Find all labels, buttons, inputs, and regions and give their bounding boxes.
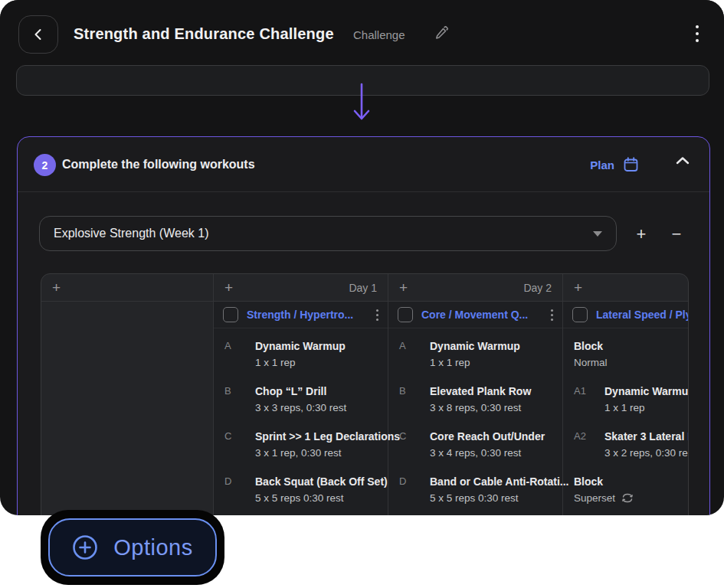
exercise-detail: 5 x 5 reps 0:30 rest <box>430 490 562 506</box>
step-section: 2 Complete the following workouts Plan E… <box>17 136 710 515</box>
add-workout-button[interactable]: + <box>574 280 582 295</box>
step-section-header: 2 Complete the following workouts Plan <box>18 137 709 192</box>
app-window: Strength and Endurance Challenge Challen… <box>0 0 724 515</box>
triangle-down-icon <box>593 231 602 237</box>
workout-checkbox[interactable] <box>223 307 238 322</box>
planner-header-cell: +Day 2 <box>388 274 563 301</box>
add-workout-button[interactable]: + <box>224 280 233 295</box>
arrow-down-icon <box>351 83 372 122</box>
exercise-tag: A1 <box>574 385 586 397</box>
exercise-tag: B <box>399 385 406 397</box>
options-button[interactable]: Options <box>48 518 217 577</box>
planner-column: Strength / Hypertro...ADynamic Warmup1 x… <box>214 302 388 515</box>
exercise-detail: 5 x 5 reps 0:30 rest <box>255 490 388 506</box>
app-header: Strength and Endurance Challenge Challen… <box>0 0 724 61</box>
screen: Strength and Endurance Challenge Challen… <box>0 0 724 588</box>
exercise-name: Sprint >> 1 Leg Declarations <box>255 429 388 445</box>
exercise-detail: 1 x 1 rep <box>430 354 562 371</box>
exercise-name: Dynamic Warmup <box>255 338 388 354</box>
week-selector-value: Explosive Strength (Week 1) <box>54 227 208 240</box>
planner-column: Lateral Speed / PlyBlockNormalA1Dynamic … <box>563 302 689 515</box>
exercise-detail: 3 x 3 reps, 0:30 rest <box>255 400 388 416</box>
chevron-up-icon[interactable] <box>676 156 690 165</box>
workout-title[interactable]: Core / Movement Q... <box>421 309 542 321</box>
block-row[interactable]: BlockSuperset <box>563 474 689 506</box>
plan-link[interactable]: Plan <box>590 157 638 172</box>
exercise-list: ADynamic Warmup1 x 1 repBChop “L” Drill3… <box>214 328 388 506</box>
cycle-icon <box>621 493 634 503</box>
exercise-name: Back Squat (Back Off Set) <box>255 474 388 490</box>
workout-checkbox[interactable] <box>572 307 588 322</box>
exercise-tag: B <box>224 385 231 397</box>
chevron-left-icon <box>33 28 44 41</box>
exercise-tag: A2 <box>574 430 586 442</box>
planner-body: Strength / Hypertro...ADynamic Warmup1 x… <box>41 302 689 515</box>
exercise-name: Chop “L” Drill <box>255 384 388 400</box>
plan-link-label: Plan <box>590 158 614 172</box>
workout-title[interactable]: Strength / Hypertro... <box>247 309 368 321</box>
block-label: Block <box>574 338 689 354</box>
exercise-row[interactable]: CSprint >> 1 Leg Declarations3 x 1 rep, … <box>214 429 388 461</box>
remove-week-button[interactable]: − <box>666 224 687 245</box>
calendar-icon <box>624 157 638 172</box>
exercise-detail: 3 x 4 reps, 0:30 rest <box>430 445 562 461</box>
exercise-name: Elevated Plank Row <box>430 384 562 400</box>
step-title: Complete the following workouts <box>62 158 255 172</box>
exercise-row[interactable]: BElevated Plank Row3 x 8 reps, 0:30 rest <box>388 384 562 416</box>
exercise-row[interactable]: DBack Squat (Back Off Set)5 x 5 reps 0:3… <box>214 474 388 506</box>
exercise-name: Dynamic Warmup <box>430 338 562 354</box>
pencil-icon[interactable] <box>434 26 448 41</box>
planner-column: Core / Movement Q...ADynamic Warmup1 x 1… <box>388 302 563 515</box>
exercise-row[interactable]: BChop “L” Drill3 x 3 reps, 0:30 rest <box>214 384 388 416</box>
block-row[interactable]: BlockNormal <box>563 338 689 371</box>
exercise-name: Dynamic Warmup <box>604 384 689 400</box>
add-week-button[interactable]: + <box>631 224 652 245</box>
exercise-detail: 3 x 2 reps, 0:30 re <box>604 445 689 461</box>
exercise-detail: 3 x 1 rep, 0:30 rest <box>255 445 388 461</box>
workout-menu-icon[interactable] <box>376 309 378 321</box>
options-button-highlight: Options <box>41 510 224 585</box>
block-label: Block <box>574 474 689 490</box>
exercise-row[interactable]: A2Skater 3 Lateral Ho3 x 2 reps, 0:30 re <box>563 429 689 461</box>
exercise-name: Skater 3 Lateral Ho <box>604 429 689 445</box>
exercise-tag: D <box>224 475 231 487</box>
exercise-row[interactable]: ADynamic Warmup1 x 1 rep <box>388 338 562 371</box>
exercise-row[interactable]: A1Dynamic Warmup1 x 1 rep <box>563 384 689 416</box>
exercise-list: BlockNormalA1Dynamic Warmup1 x 1 repA2Sk… <box>563 328 689 506</box>
day-label: Day 1 <box>349 282 377 294</box>
block-mode: Superset <box>574 490 689 506</box>
week-selector-dropdown[interactable]: Explosive Strength (Week 1) <box>39 216 617 251</box>
options-button-label: Options <box>113 535 192 560</box>
exercise-name: Band or Cable Anti-Rotati... <box>430 474 562 490</box>
challenge-type-label: Challenge <box>353 28 405 41</box>
step-number-badge: 2 <box>34 154 56 176</box>
exercise-tag: C <box>399 430 406 442</box>
exercise-row[interactable]: CCore Reach Out/Under3 x 4 reps, 0:30 re… <box>388 429 562 461</box>
workout-card-header: Core / Movement Q... <box>388 302 562 328</box>
workout-card-header: Strength / Hypertro... <box>214 302 388 328</box>
back-button[interactable] <box>18 15 58 54</box>
add-workout-button[interactable]: + <box>399 280 408 295</box>
page-title: Strength and Endurance Challenge <box>74 25 334 43</box>
exercise-list: ADynamic Warmup1 x 1 repBElevated Plank … <box>388 328 562 506</box>
workout-title[interactable]: Lateral Speed / Ply <box>596 309 689 321</box>
add-workout-button[interactable]: + <box>52 280 61 295</box>
planner-header-cell: + <box>563 274 689 301</box>
exercise-row[interactable]: ADynamic Warmup1 x 1 rep <box>214 338 388 371</box>
planner-header-cell: + <box>41 274 214 301</box>
exercise-tag: D <box>399 475 406 487</box>
exercise-row[interactable]: DBand or Cable Anti-Rotati...5 x 5 reps … <box>388 474 562 506</box>
exercise-name: Core Reach Out/Under <box>430 429 562 445</box>
day-label: Day 2 <box>523 282 552 294</box>
exercise-detail: 1 x 1 rep <box>255 354 388 371</box>
exercise-detail: 3 x 8 reps, 0:30 rest <box>430 400 562 416</box>
planner-column <box>41 302 214 515</box>
exercise-detail: 1 x 1 rep <box>604 400 689 416</box>
kebab-menu-icon[interactable] <box>696 25 699 42</box>
block-mode: Normal <box>574 354 689 371</box>
workout-menu-icon[interactable] <box>551 309 553 321</box>
workout-planner-table: ++Day 1+Day 2+Strength / Hypertro...ADyn… <box>41 273 689 515</box>
plus-circle-icon <box>72 534 98 560</box>
exercise-tag: C <box>224 430 231 442</box>
workout-checkbox[interactable] <box>398 307 413 322</box>
